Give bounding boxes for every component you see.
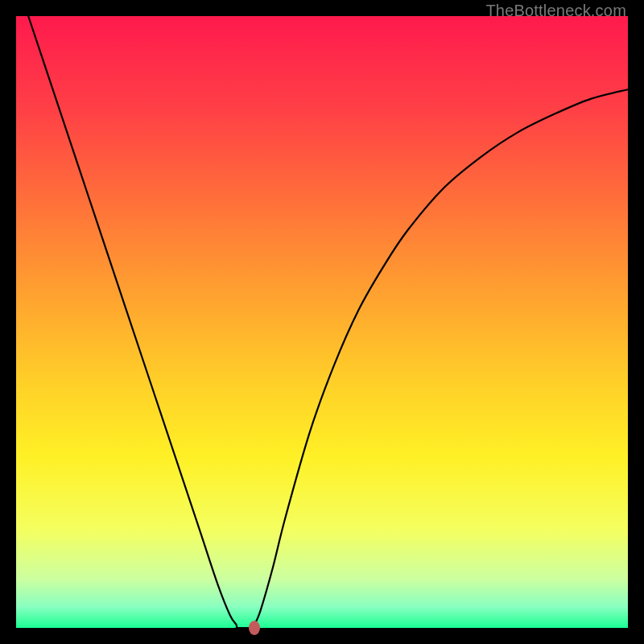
bottleneck-curve <box>16 16 628 628</box>
watermark-text: TheBottleneck.com <box>485 2 626 20</box>
optimum-marker <box>249 621 260 635</box>
plot-area <box>16 16 628 628</box>
chart-frame <box>16 16 628 628</box>
